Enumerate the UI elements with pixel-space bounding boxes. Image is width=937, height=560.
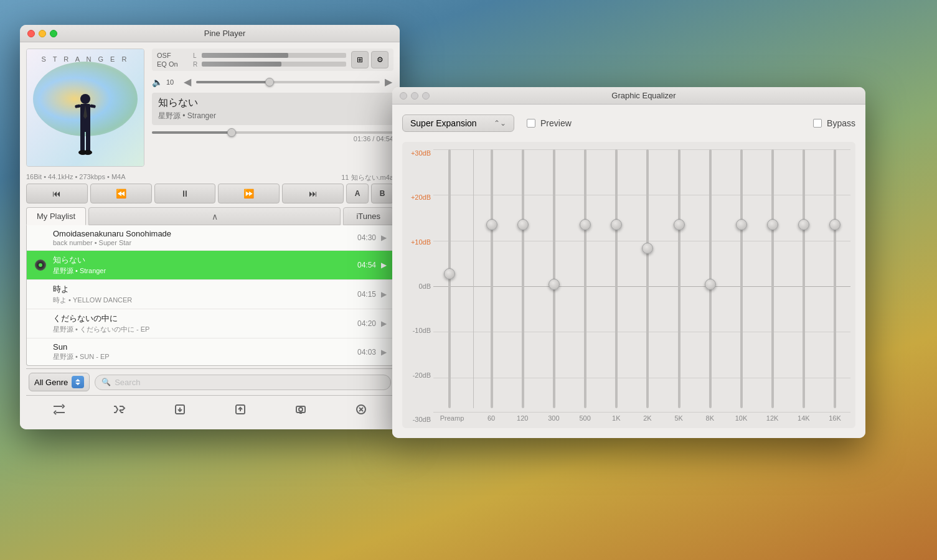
search-icon: 🔍	[101, 378, 111, 386]
slider-thumb-1k[interactable]	[611, 219, 622, 230]
b-button[interactable]: B	[371, 184, 393, 203]
track-icon	[33, 258, 48, 273]
slider-track-2k[interactable]	[646, 149, 649, 408]
delete-button[interactable]	[349, 399, 374, 419]
repeat-button[interactable]	[47, 399, 72, 419]
slider-thumb-300[interactable]	[549, 279, 560, 290]
equalizer-window: Graphic Equalizer Super Expansion ⌃⌄ Pre…	[392, 87, 865, 438]
volume-decrease-button[interactable]: ◀	[182, 76, 192, 88]
slider-thumb-16k[interactable]	[829, 219, 840, 230]
channel-l-row: L	[193, 52, 346, 59]
list-item[interactable]: 知らない 星野源 • Stranger 04:54 ▶	[27, 251, 393, 280]
slider-thumb-12k[interactable]	[767, 219, 778, 230]
slider-track-60[interactable]	[491, 149, 493, 408]
list-item[interactable]: 時よ 時よ • YELLOW DANCER 04:15 ▶	[27, 280, 393, 309]
sort-button[interactable]: ∧	[88, 207, 341, 225]
slider-track-1k[interactable]	[615, 149, 618, 408]
preview-checkbox-box[interactable]	[527, 119, 535, 128]
eq-grid: +30dB +20dB +10dB 0dB -10dB -20dB -30dB	[433, 149, 850, 423]
track-icon	[33, 316, 48, 331]
bypass-checkbox-box[interactable]	[813, 119, 822, 128]
svg-marker-9	[75, 379, 80, 381]
track-info: くだらないの中に 星野源 • くだらないの中に - EP	[53, 313, 357, 334]
sliders-area	[433, 149, 850, 423]
slider-track-5k[interactable]	[678, 149, 680, 408]
slider-col-2k	[632, 149, 663, 408]
slider-track-8k[interactable]	[709, 149, 712, 408]
play-icon: ▶	[381, 290, 387, 299]
tab-itunes[interactable]: iTunes	[343, 207, 393, 225]
volume-slider[interactable]	[196, 81, 380, 83]
preamp-freq-label: Preamp	[433, 414, 471, 422]
freq-labels: Preamp 60 120 300 500 1K 2K 5K 8K 10K 12…	[433, 414, 850, 423]
list-item[interactable]: Omoidasenakunaru Sonohimade back number …	[27, 225, 393, 251]
slider-track-14k[interactable]	[803, 149, 805, 408]
genre-dropdown[interactable]: All Genre	[29, 373, 90, 391]
eq-minimize-button[interactable]	[411, 92, 418, 100]
slider-track-16k[interactable]	[834, 149, 836, 408]
eq-close-button[interactable]	[400, 92, 407, 100]
time-text: 01:36 / 04:54	[354, 135, 393, 142]
slider-track-12k[interactable]	[771, 149, 774, 408]
close-button[interactable]	[27, 30, 35, 37]
preamp-slider-thumb[interactable]	[444, 268, 455, 279]
minimize-button[interactable]	[39, 30, 46, 37]
slider-thumb-2k[interactable]	[642, 243, 653, 254]
slider-thumb-120[interactable]	[517, 219, 529, 230]
song-title: 知らない	[158, 96, 387, 110]
fast-forward-button[interactable]: ⏩	[218, 184, 280, 203]
maximize-button[interactable]	[50, 30, 57, 37]
slider-col-1k	[601, 149, 632, 408]
shuffle-button[interactable]	[107, 399, 132, 419]
volume-increase-button[interactable]: ▶	[384, 76, 393, 88]
osf-label: OSF	[157, 52, 188, 59]
play-pause-button[interactable]: ⏸	[154, 184, 216, 203]
search-bar[interactable]: 🔍 Search	[95, 375, 391, 390]
skip-to-start-button[interactable]: ⏮	[26, 184, 88, 203]
progress-thumb[interactable]	[227, 128, 236, 137]
slider-thumb-5k[interactable]	[674, 219, 685, 230]
preview-checkbox[interactable]: Preview	[527, 118, 572, 128]
slider-thumb-500[interactable]	[580, 219, 591, 230]
progress-fill	[152, 131, 232, 134]
slider-thumb-10k[interactable]	[736, 219, 747, 230]
slider-track-10k[interactable]	[740, 149, 743, 408]
preset-dropdown[interactable]: Super Expansion ⌃⌄	[402, 114, 514, 132]
export-button[interactable]	[228, 399, 253, 419]
a-button[interactable]: A	[346, 184, 369, 203]
progress-bar[interactable]	[152, 131, 393, 134]
track-duration: 04:15	[357, 290, 376, 299]
preview-label: Preview	[540, 118, 572, 128]
slider-track-120[interactable]	[522, 149, 524, 408]
traffic-lights	[27, 30, 57, 37]
bypass-checkbox[interactable]: Bypass	[813, 118, 855, 128]
window-title: Pine Player	[57, 29, 392, 38]
r-level-bar	[202, 62, 346, 67]
preamp-slider-track[interactable]	[448, 149, 451, 408]
skip-to-end-button[interactable]: ⏭	[282, 184, 344, 203]
slider-thumb-8k[interactable]	[705, 279, 716, 290]
list-item[interactable]: くだらないの中に 星野源 • くだらないの中に - EP 04:20 ▶	[27, 309, 393, 338]
file-details: 16Bit • 44.1kHz • 273kbps • M4A	[26, 173, 126, 182]
play-icon: ▶	[381, 233, 387, 242]
volume-thumb[interactable]	[265, 78, 274, 86]
list-item[interactable]: Sun 星野源 • SUN - EP 04:03 ▶	[27, 338, 393, 365]
device-button[interactable]	[288, 399, 313, 419]
rewind-button[interactable]: ⏪	[90, 184, 152, 203]
tab-my-playlist[interactable]: My Playlist	[26, 207, 86, 225]
settings-button[interactable]: ⚙	[371, 51, 388, 68]
eq-maximize-button[interactable]	[422, 92, 430, 100]
slider-thumb-14k[interactable]	[798, 219, 809, 230]
action-bar	[26, 395, 393, 423]
eq-chart: +30dB +20dB +10dB 0dB -10dB -20dB -30dB	[402, 142, 855, 428]
grid-view-button[interactable]: ⊞	[351, 51, 369, 68]
track-title: 知らない	[53, 254, 357, 266]
slider-track-300[interactable]	[553, 149, 555, 408]
slider-thumb-60[interactable]	[486, 219, 497, 230]
song-info: 知らない 星野源 • Stranger	[152, 93, 393, 125]
track-title: 時よ	[53, 284, 357, 295]
svg-rect-7	[75, 104, 81, 108]
import-button[interactable]	[167, 399, 192, 419]
track-icon	[33, 287, 48, 302]
slider-track-500[interactable]	[584, 149, 586, 408]
